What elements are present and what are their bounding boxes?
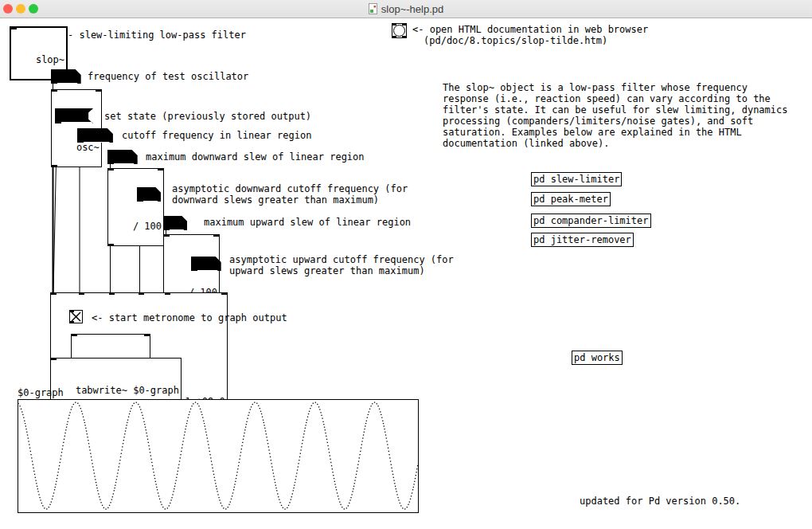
inlet-nub — [164, 235, 170, 237]
description-line-1: The slop~ object is a low-pass filter wh… — [443, 82, 748, 93]
window-title: slop~-help.pd — [381, 3, 443, 15]
set-message-box[interactable]: set 0 set 0 — [55, 108, 93, 123]
description-line-2: response (i.e., reaction speed) can vary… — [443, 93, 771, 104]
main-object-label: slop~ — [36, 54, 64, 65]
inlet-nub — [165, 293, 170, 295]
subpatch-peak-meter[interactable]: pd peak-meter — [531, 192, 611, 206]
description-line-5: saturation. Examples below are explained… — [443, 127, 742, 138]
div-down-object-label: / 100 — [133, 221, 162, 232]
cutoff-number-box[interactable]: 1259 1259 — [77, 128, 113, 143]
toggle-comment: <- start metronome to graph output — [92, 312, 287, 323]
freq-comment: frequency of test oscillator — [88, 71, 248, 82]
subpatch-works[interactable]: pd works — [572, 351, 623, 365]
description-line-6: documentation (linked above). — [443, 138, 610, 149]
inlet-nub — [70, 311, 74, 312]
inlet-nub — [11, 28, 17, 29]
down-slew-number-box[interactable]: 198 198 — [107, 150, 138, 164]
inlet-nub — [109, 293, 115, 295]
up-asym-comment-line1: asymptotic upward cutoff frequency (for — [229, 254, 454, 265]
down-asym-number-box[interactable]: 13 13 — [137, 187, 161, 202]
outlet-nub — [108, 244, 114, 245]
outlet-nub — [52, 165, 57, 167]
subpatch-jitter-remover[interactable]: pd jitter-remover — [531, 233, 634, 247]
inlet-nub — [56, 122, 61, 123]
inlet-nub — [144, 335, 150, 336]
up-asym-comment-line2: upward slews greater than maximum) — [229, 265, 425, 276]
subpatch-slew-limiter[interactable]: pd slew-limiter — [531, 172, 622, 186]
inlet-nub — [96, 90, 101, 92]
inlet-nub — [392, 24, 396, 25]
doc-link-comment-line1: <- open HTML documentation in web browse… — [412, 24, 648, 35]
metronome-toggle[interactable] — [69, 310, 83, 323]
inlet-nub — [79, 293, 84, 295]
div-down-object-box: / 100 — [107, 168, 164, 246]
footer-comment: updated for Pd version 0.50. — [580, 496, 740, 507]
inlet-nub — [51, 293, 57, 295]
outlet-nub — [70, 321, 74, 323]
cutoff-comment: cutoff frequency in linear region — [122, 130, 311, 141]
waveform-graph — [18, 399, 419, 513]
doc-link-comment-line2: (pd/doc/8.topics/slop-tilde.htm) — [424, 35, 607, 46]
window-titlebar: slop~-help.pd — [0, 0, 812, 18]
inlet-nub — [139, 293, 144, 295]
open-docs-bang[interactable] — [392, 23, 407, 38]
osc-object-label: osc~ — [76, 142, 100, 153]
outlet-nub — [392, 36, 396, 37]
inlet-nub — [52, 83, 57, 84]
inlet-nub — [158, 169, 163, 170]
description-line-4: processing (companders/limiters/noise ga… — [443, 116, 753, 127]
inlet-nub — [221, 293, 227, 295]
sine-wave-plot — [18, 400, 418, 512]
set-comment: set state (previously stored output) — [104, 111, 311, 122]
inlet-nub — [51, 359, 57, 360]
inlet-nub — [108, 169, 114, 170]
down-slew-comment: maximum downward slew of linear region — [146, 151, 365, 163]
inlet-nub — [72, 335, 77, 336]
inlet-nub — [402, 24, 406, 25]
outlet-nub — [402, 36, 406, 37]
document-icon — [369, 3, 377, 14]
description-line-3: filter's state. It can be useful for sle… — [443, 104, 787, 116]
inlet-nub — [213, 235, 219, 237]
subpatch-compander-limiter[interactable]: pd compander-limiter — [531, 214, 651, 228]
down-asym-comment-line1: asymptotic downward cutoff frequency (fo… — [172, 183, 408, 194]
inlet-nub — [52, 90, 57, 92]
inlet-nub — [164, 229, 170, 231]
bang-circle-icon — [393, 25, 405, 37]
main-description-comment: - slew-limiting low-pass filter — [68, 29, 246, 41]
pd-patch-window: { "window": { "title": "slop~-help.pd", … — [0, 0, 812, 529]
up-slew-number-box[interactable]: 42 42 — [163, 216, 187, 230]
inlet-nub — [108, 163, 114, 165]
graph-label: $0-graph — [18, 387, 64, 398]
down-asym-comment-line2: downward slews greater than maximum) — [172, 194, 379, 206]
tabwrite-object-label: tabwrite~ $0-graph — [76, 385, 179, 396]
up-slew-comment: maximum upward slew of linear region — [204, 217, 411, 228]
freq-number-box[interactable]: 297 297 — [51, 69, 81, 84]
up-asym-number-box[interactable]: 182 182 — [191, 257, 221, 271]
